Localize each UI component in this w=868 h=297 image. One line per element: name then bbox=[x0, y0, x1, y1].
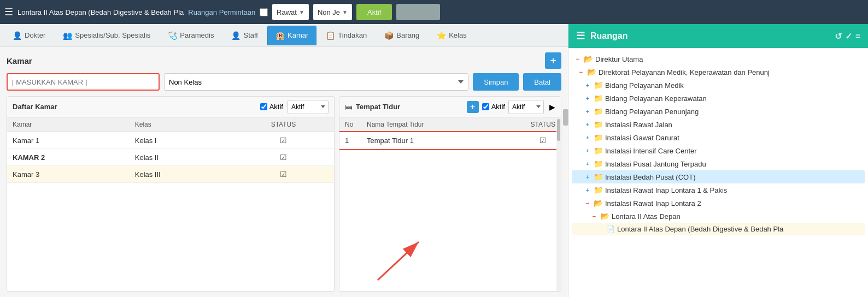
nonje-dropdown[interactable]: Non Je ▼ bbox=[313, 4, 352, 20]
daftar-kamar-header: Daftar Kamar Aktif Aktif Semua Non Aktif bbox=[7, 97, 334, 117]
add-tidur-button[interactable]: + bbox=[467, 101, 479, 113]
tindakan-icon: 📋 bbox=[326, 31, 335, 40]
bed-icon: 🛏 bbox=[345, 103, 353, 111]
folder-open-icon: 📂 bbox=[584, 55, 593, 63]
table-row[interactable]: Kamar 1 Kelas I ☑ bbox=[7, 132, 334, 149]
kelas-cell: Kelas II bbox=[130, 149, 233, 166]
tree-label: Direktur Utama bbox=[595, 55, 643, 63]
kamar-icon: 🏨 bbox=[275, 31, 285, 40]
grey-button[interactable] bbox=[396, 4, 440, 20]
tree-item-gawat-darurat[interactable]: + 📁 Instalasi Gawat Darurat bbox=[572, 131, 865, 144]
tree-item-intensif-care[interactable]: + 📁 Instalasi Intensif Care Center bbox=[572, 144, 865, 157]
toggle-minus-icon[interactable]: − bbox=[584, 199, 591, 207]
tables-row: Daftar Kamar Aktif Aktif Semua Non Aktif bbox=[7, 96, 561, 292]
kamar-cell: Kamar 1 bbox=[7, 132, 130, 149]
toggle-plus-icon[interactable]: + bbox=[584, 160, 591, 168]
kamar-table: Kamar Kelas STATUS Kamar 1 Kelas I ☑ bbox=[7, 117, 334, 183]
left-panel-scrollbar[interactable] bbox=[563, 109, 568, 126]
tree-item-direktorat[interactable]: − 📂 Direktorat Pelayanan Medik, Keperawa… bbox=[572, 66, 865, 79]
tree-item-bidang-keperawatan[interactable]: + 📁 Bidang Pelayanan Keperawatan bbox=[572, 92, 865, 105]
tree-item-direktur[interactable]: − 📂 Direktur Utama bbox=[572, 52, 865, 66]
ruangan-permintaan-checkbox[interactable] bbox=[260, 8, 268, 16]
tidur-aktif-filter: Aktif bbox=[482, 103, 505, 111]
toggle-plus-icon[interactable]: + bbox=[584, 147, 591, 155]
tree-item-bidang-penunjang[interactable]: + 📁 Bidang Pelayanan Penunjang bbox=[572, 105, 865, 118]
tab-kamar-label: Kamar bbox=[288, 31, 308, 39]
tab-kelas[interactable]: ⭐ Kelas bbox=[429, 26, 475, 45]
menu-icon[interactable]: ☰ bbox=[4, 6, 13, 18]
col-status: STATUS bbox=[233, 117, 334, 132]
table-row[interactable]: Kamar 3 Kelas III ☑ bbox=[7, 166, 334, 183]
batal-button[interactable]: Batal bbox=[523, 73, 561, 91]
tidur-aktif-checkbox[interactable] bbox=[482, 103, 489, 110]
simpan-button[interactable]: Simpan bbox=[473, 73, 519, 91]
filter-icon[interactable]: ≡ bbox=[855, 31, 860, 41]
col-no: No bbox=[339, 117, 361, 132]
tempat-tidur-header: 🛏 Tempat Tidur + Aktif Aktif Semua ▶ bbox=[339, 97, 561, 117]
tree-item-rawat-jalan[interactable]: + 📁 Instalasi Rawat Jalan bbox=[572, 118, 865, 131]
tab-paramedis[interactable]: 🩺 Paramedis bbox=[160, 26, 222, 45]
toggle-minus-icon[interactable]: − bbox=[574, 55, 582, 63]
kelas-icon: ⭐ bbox=[437, 31, 446, 40]
toggle-plus-icon[interactable]: + bbox=[584, 134, 591, 141]
tree-item-lontara1[interactable]: + 📁 Instalasi Rawat Inap Lontara 1 & Pak… bbox=[572, 183, 865, 197]
aktif-select[interactable]: Aktif Semua Non Aktif bbox=[288, 100, 329, 114]
tree-label: Instalasi Intensif Care Center bbox=[605, 147, 697, 155]
tab-spesialis[interactable]: 👥 Spesialis/Sub. Spesialis bbox=[55, 26, 159, 45]
toggle-plus-icon[interactable]: + bbox=[584, 173, 591, 181]
app-title: Lontara II Atas Depan (Bedah Digestive &… bbox=[17, 8, 184, 16]
paramedis-icon: 🩺 bbox=[168, 31, 177, 40]
rawat-dropdown[interactable]: Rawat ▼ bbox=[272, 4, 309, 20]
tempat-tidur-panel: 🛏 Tempat Tidur + Aktif Aktif Semua ▶ bbox=[339, 96, 561, 292]
daftar-kamar-title: Daftar Kamar bbox=[13, 103, 256, 111]
scrollbar-thumb[interactable] bbox=[557, 119, 560, 141]
tab-barang[interactable]: 📦 Barang bbox=[376, 26, 427, 45]
tidur-table: No Nama Tempat Tidur STATUS 1 Tempat Tid… bbox=[339, 117, 561, 149]
kelas-cell: Kelas III bbox=[130, 166, 233, 183]
tidur-aktif-select[interactable]: Aktif Semua bbox=[508, 100, 544, 114]
tab-tindakan[interactable]: 📋 Tindakan bbox=[318, 26, 375, 45]
barang-icon: 📦 bbox=[384, 31, 394, 40]
tree-label: Instalasi Rawat Inap Lontara 2 bbox=[605, 199, 701, 207]
tidur-aktif-label: Aktif bbox=[491, 103, 505, 111]
col-kamar: Kamar bbox=[7, 117, 130, 132]
table-row[interactable]: 1 Tempat Tidur 1 ☑ bbox=[339, 132, 561, 149]
toggle-minus-icon[interactable]: − bbox=[590, 212, 598, 220]
tab-staff[interactable]: 👤 Staff bbox=[223, 26, 266, 45]
toggle-plus-icon[interactable]: + bbox=[584, 108, 591, 115]
tree-item-lontara2[interactable]: − 📂 Instalasi Rawat Inap Lontara 2 bbox=[572, 197, 865, 210]
tree-item-jantung[interactable]: + 📁 Instalasi Pusat Jantung Terpadu bbox=[572, 157, 865, 170]
aktif-checkbox[interactable] bbox=[260, 103, 267, 110]
tree-label: Instalasi Rawat Jalan bbox=[605, 121, 672, 129]
table-row[interactable]: KAMAR 2 Kelas II ☑ bbox=[7, 149, 334, 166]
tree-item-lontara-bedah[interactable]: 📄 Lontara II Atas Depan (Bedah Digestive… bbox=[572, 223, 865, 235]
form-row: Non Kelas Kelas I Kelas II Kelas III VIP… bbox=[7, 73, 561, 91]
settings-icon[interactable]: ✓ bbox=[845, 31, 852, 41]
tab-kamar[interactable]: 🏨 Kamar bbox=[267, 26, 316, 45]
kamar-cell: Kamar 3 bbox=[7, 166, 130, 183]
top-header: ☰ Lontara II Atas Depan (Bedah Digestive… bbox=[0, 0, 868, 24]
nonje-label: Non Je bbox=[318, 8, 340, 16]
toggle-plus-icon[interactable]: + bbox=[584, 186, 591, 194]
aktif-button[interactable]: Aktif bbox=[356, 4, 392, 20]
tree-item-bidang-medik[interactable]: + 📁 Bidang Pelayanan Medik bbox=[572, 79, 865, 92]
kamar-input[interactable] bbox=[7, 73, 160, 91]
refresh-icon[interactable]: ↺ bbox=[835, 31, 842, 41]
folder-open-icon: 📂 bbox=[587, 68, 596, 76]
tidur-next-icon[interactable]: ▶ bbox=[549, 103, 555, 111]
tree-label: Lontara II Atas Depan bbox=[612, 212, 681, 221]
aktif-filter: Aktif bbox=[260, 103, 283, 111]
col-nama-tempat-tidur: Nama Tempat Tidur bbox=[361, 117, 525, 132]
toggle-plus-icon[interactable]: + bbox=[584, 121, 591, 128]
toggle-plus-icon[interactable]: + bbox=[584, 81, 591, 89]
toggle-minus-icon[interactable]: − bbox=[577, 68, 585, 76]
add-button[interactable]: + bbox=[545, 52, 561, 69]
kelas-select[interactable]: Non Kelas Kelas I Kelas II Kelas III VIP bbox=[164, 73, 468, 91]
check-icon: ☑ bbox=[280, 136, 287, 145]
tree-item-lontara-atas-depan[interactable]: − 📂 Lontara II Atas Depan bbox=[572, 210, 865, 223]
toggle-plus-icon[interactable]: + bbox=[584, 94, 591, 102]
section-title: Kamar bbox=[7, 56, 32, 66]
tree-item-bedah-pusat[interactable]: + 📁 Instalasi Bedah Pusat (COT) bbox=[572, 170, 865, 183]
red-arrow-annotation bbox=[361, 231, 438, 286]
tab-dokter[interactable]: 👤 Dokter bbox=[4, 26, 54, 45]
